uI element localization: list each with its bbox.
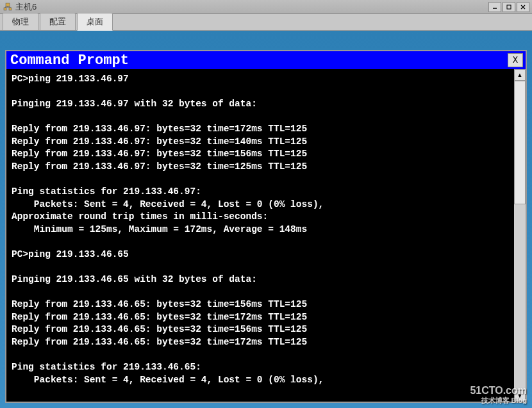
tabs-bar: 物理 配置 桌面 bbox=[0, 14, 532, 31]
desktop-area: Command Prompt X PC>ping 219.133.46.97 P… bbox=[0, 31, 532, 408]
svg-rect-2 bbox=[9, 8, 12, 10]
scrollbar: ▲ ▼ bbox=[514, 69, 526, 402]
tab-desktop[interactable]: 桌面 bbox=[77, 13, 113, 31]
minimize-button[interactable] bbox=[488, 2, 501, 12]
maximize-button[interactable] bbox=[503, 2, 515, 12]
app-icon bbox=[3, 2, 13, 12]
scroll-up-button[interactable]: ▲ bbox=[514, 69, 526, 81]
tab-physical[interactable]: 物理 bbox=[3, 13, 38, 30]
watermark-sub: 技术博客 Blog bbox=[470, 396, 527, 404]
terminal-output[interactable]: PC>ping 219.133.46.97 Pinging 219.133.46… bbox=[6, 69, 514, 402]
command-prompt-title: Command Prompt bbox=[10, 53, 129, 69]
scroll-thumb[interactable] bbox=[514, 81, 526, 204]
command-prompt-title-bar[interactable]: Command Prompt X bbox=[6, 51, 526, 69]
command-prompt-close-button[interactable]: X bbox=[508, 53, 523, 67]
command-prompt-window: Command Prompt X PC>ping 219.133.46.97 P… bbox=[5, 50, 527, 403]
watermark: 51CTO.com 技术博客 Blog bbox=[470, 385, 527, 404]
tab-config[interactable]: 配置 bbox=[40, 13, 76, 30]
close-button[interactable] bbox=[517, 2, 529, 12]
svg-rect-8 bbox=[507, 5, 511, 9]
command-prompt-body: PC>ping 219.133.46.97 Pinging 219.133.46… bbox=[6, 69, 526, 402]
window-title-bar: 主机6 bbox=[0, 0, 532, 14]
window-controls bbox=[488, 2, 529, 12]
watermark-main: 51CTO.com bbox=[470, 385, 527, 396]
svg-rect-0 bbox=[6, 3, 10, 6]
window-title: 主机6 bbox=[15, 1, 488, 13]
svg-rect-1 bbox=[4, 8, 6, 10]
scroll-track[interactable] bbox=[514, 81, 526, 390]
